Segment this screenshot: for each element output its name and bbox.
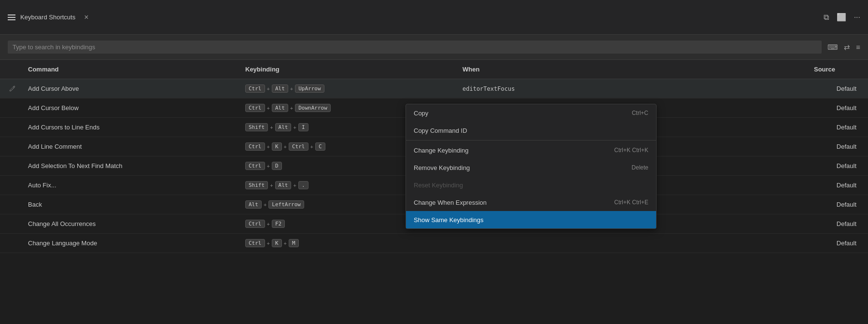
search-right-icons: ⌨ ⇄ ≡ [827, 43, 860, 52]
key-plus: + [267, 163, 270, 169]
key-badge: F2 [272, 220, 285, 228]
key-plus: + [267, 105, 270, 111]
row-edit-icon [0, 85, 24, 92]
row-source: Default [810, 143, 868, 150]
context-menu-separator [406, 140, 656, 141]
context-menu-item[interactable]: Copy Command ID [406, 122, 656, 139]
key-badge: Alt [275, 123, 292, 131]
row-source: Default [810, 85, 868, 92]
close-icon[interactable]: × [84, 13, 88, 22]
key-badge: Ctrl [245, 142, 265, 151]
row-source: Default [810, 220, 868, 227]
sort-icon[interactable]: ⇄ [844, 43, 850, 52]
open-in-editor-icon[interactable]: ⧉ [824, 13, 829, 22]
key-badge: Ctrl [289, 142, 308, 151]
context-menu-item-shortcut: Ctrl+C [632, 110, 648, 116]
context-menu-item[interactable]: Remove KeybindingDelete [406, 159, 656, 176]
context-menu: CopyCtrl+CCopy Command IDChange Keybindi… [406, 104, 657, 229]
context-menu-item[interactable]: Change KeybindingCtrl+K Ctrl+K [406, 141, 656, 159]
key-badge: LeftArrow [268, 200, 304, 209]
key-plus: + [264, 202, 266, 208]
context-menu-item-shortcut: Ctrl+K Ctrl+E [614, 199, 648, 206]
row-source: Default [810, 201, 868, 208]
title-bar-left: Keyboard Shortcuts × [8, 13, 89, 22]
key-badge: Ctrl [245, 104, 265, 112]
context-menu-item-label: Copy [414, 110, 428, 117]
key-plus: + [284, 240, 287, 246]
key-badge: Ctrl [245, 162, 265, 170]
row-source: Default [810, 104, 868, 112]
context-menu-item-label: Change Keybinding [414, 147, 468, 154]
more-actions-icon[interactable]: ··· [854, 13, 860, 22]
key-badge: Alt [245, 200, 262, 209]
key-badge: I [298, 123, 308, 131]
row-keybinding: Ctrl+Alt+UpArrow [241, 85, 459, 93]
key-plus: + [267, 221, 270, 227]
key-badge: Alt [272, 104, 288, 112]
row-command: Back [24, 201, 241, 208]
key-plus: + [267, 240, 270, 246]
key-plus: + [270, 125, 273, 130]
title-bar: Keyboard Shortcuts × ⧉ ⬜ ··· [0, 0, 868, 35]
context-menu-item[interactable]: Show Same Keybindings [406, 211, 656, 228]
key-badge: UpArrow [295, 85, 324, 93]
search-input[interactable] [8, 41, 822, 54]
key-badge: M [289, 239, 299, 247]
row-source: Default [810, 239, 868, 247]
search-bar: ⌨ ⇄ ≡ [0, 35, 868, 60]
split-editor-icon[interactable]: ⬜ [837, 13, 846, 22]
key-badge: Alt [275, 181, 292, 189]
key-badge: K [272, 142, 282, 151]
row-command: Change All Occurrences [24, 220, 241, 227]
context-menu-item-shortcut: Ctrl+K Ctrl+K [614, 147, 648, 154]
row-when: editorTextFocus [459, 85, 810, 92]
filter-icon[interactable]: ≡ [856, 43, 860, 51]
key-badge: C [315, 142, 325, 151]
title-bar-right: ⧉ ⬜ ··· [824, 13, 860, 22]
key-badge: DownArrow [295, 104, 331, 112]
key-plus: + [290, 86, 293, 92]
key-plus: + [267, 144, 270, 150]
row-source: Default [810, 182, 868, 189]
header-when: When [459, 64, 810, 75]
table-row[interactable]: Change Language ModeCtrl+K+MDefault [0, 234, 868, 253]
key-badge: K [272, 239, 282, 247]
keyboard-icon[interactable]: ⌨ [827, 43, 838, 52]
key-badge: Ctrl [245, 85, 265, 93]
context-menu-item: Reset Keybinding [406, 176, 656, 194]
context-menu-item-label: Copy Command ID [414, 127, 467, 134]
context-menu-item[interactable]: Change When ExpressionCtrl+K Ctrl+E [406, 194, 656, 211]
row-command: Change Language Mode [24, 239, 241, 247]
context-menu-item-label: Reset Keybinding [414, 182, 463, 189]
context-menu-item-label: Change When Expression [414, 199, 487, 206]
key-badge: Ctrl [245, 220, 265, 228]
key-badge: Shift [245, 123, 268, 131]
key-badge: Ctrl [245, 239, 265, 247]
row-command: Auto Fix... [24, 182, 241, 189]
key-plus: + [270, 183, 273, 188]
context-menu-item[interactable]: CopyCtrl+C [406, 104, 656, 122]
key-plus: + [290, 105, 293, 111]
row-command: Add Cursor Above [24, 85, 241, 92]
key-badge: D [272, 162, 282, 170]
key-plus: + [293, 125, 296, 130]
header-keybinding: Keybinding [241, 64, 459, 75]
hamburger-icon[interactable] [8, 14, 15, 20]
row-source: Default [810, 124, 868, 131]
header-source: Source [810, 64, 868, 75]
key-plus: + [310, 144, 313, 150]
row-source: Default [810, 162, 868, 169]
row-command: Add Cursor Below [24, 104, 241, 112]
context-menu-item-label: Show Same Keybindings [414, 216, 484, 224]
table-row[interactable]: Add Cursor AboveCtrl+Alt+UpArroweditorTe… [0, 79, 868, 99]
table-header: Command Keybinding When Source [0, 60, 868, 79]
key-badge: . [298, 181, 308, 189]
context-menu-item-shortcut: Delete [631, 164, 648, 171]
context-menu-item-label: Remove Keybinding [414, 164, 470, 171]
key-plus: + [284, 144, 287, 150]
panel-title: Keyboard Shortcuts [20, 14, 75, 21]
row-command: Add Selection To Next Find Match [24, 162, 241, 169]
key-badge: Shift [245, 181, 268, 189]
key-plus: + [267, 86, 270, 92]
key-plus: + [293, 183, 296, 188]
